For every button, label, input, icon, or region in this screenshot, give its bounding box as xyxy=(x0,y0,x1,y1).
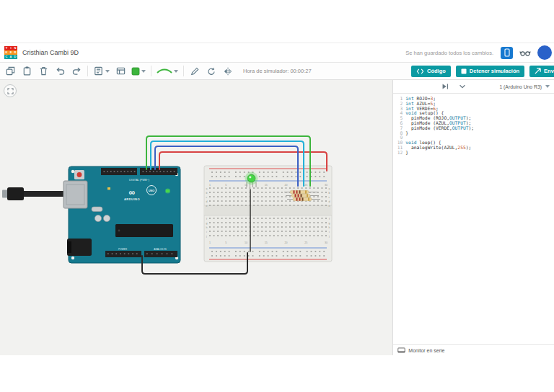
wire-color-dropdown[interactable] xyxy=(131,67,146,76)
svg-text:h: h xyxy=(329,226,330,229)
svg-text:b: b xyxy=(206,192,208,195)
svg-text:j: j xyxy=(328,235,330,238)
svg-text:a: a xyxy=(329,187,330,190)
svg-text:e: e xyxy=(206,205,208,208)
tinkercad-app: T I N K E R C A D Cristhian Cambi 9D Se … xyxy=(0,43,554,353)
svg-text:f: f xyxy=(329,218,330,220)
mirror-button[interactable] xyxy=(222,66,234,77)
send-button[interactable]: Enviar xyxy=(529,66,554,77)
wire-style-dropdown[interactable] xyxy=(157,67,178,76)
header: T I N K E R C A D Cristhian Cambi 9D Se … xyxy=(0,43,554,63)
view-toggle-button[interactable] xyxy=(115,66,126,77)
code-button-label: Código xyxy=(427,68,446,74)
chevron-down-icon xyxy=(105,70,110,73)
edit-wire-button[interactable] xyxy=(189,66,201,77)
code-button[interactable]: Código xyxy=(411,66,451,77)
rotate-button[interactable] xyxy=(206,66,217,77)
debug-dropdown-button[interactable] xyxy=(457,81,468,92)
resistors[interactable] xyxy=(284,190,320,200)
usb-port xyxy=(63,181,87,208)
board-selector[interactable]: 1 (Arduino Uno R3) xyxy=(499,84,550,89)
tinkercad-logo[interactable]: T I N K E R C A D xyxy=(4,46,17,59)
code-line[interactable]: 7 pinMode (VERDE,OUTPUT); xyxy=(393,126,554,131)
circuit-canvas[interactable]: 115510101515202025253030aabbccddeeffgghh… xyxy=(0,80,392,355)
notes-button[interactable] xyxy=(93,66,110,76)
digital-label: DIGITAL (PWM~) xyxy=(129,179,149,182)
svg-text:b: b xyxy=(329,192,330,195)
code-icon xyxy=(416,68,424,75)
stop-icon xyxy=(461,68,467,74)
usb-plug xyxy=(7,187,24,200)
chevron-down-icon xyxy=(545,85,550,88)
svg-text:c: c xyxy=(329,196,330,199)
code-editor[interactable]: 1int ROJO=3;2int AZUL=5;3int VERDE=6;4vo… xyxy=(393,94,554,344)
power-label: POWER xyxy=(118,248,128,251)
zoom-to-fit-icon xyxy=(7,88,14,94)
svg-text:1: 1 xyxy=(209,184,211,187)
svg-text:c: c xyxy=(206,196,208,199)
copy-button[interactable] xyxy=(4,66,16,77)
chevron-down-icon xyxy=(141,70,146,73)
save-status: Se han guardado todos los cambios. xyxy=(405,50,493,56)
undo-button[interactable] xyxy=(54,66,66,77)
breadboard[interactable]: 115510101515202025253030aabbccddeeffgghh… xyxy=(204,166,332,262)
arduino-brand: ARDUINO xyxy=(124,197,140,201)
stop-button-label: Detener simulación xyxy=(470,68,519,74)
svg-text:10: 10 xyxy=(245,241,247,244)
code-line[interactable]: 8} xyxy=(393,131,554,136)
chevron-down-icon xyxy=(174,70,178,73)
serial-monitor-icon xyxy=(397,347,405,354)
serial-monitor-button[interactable]: Monitor en serie xyxy=(393,344,554,355)
svg-text:15: 15 xyxy=(265,241,268,244)
capacitor xyxy=(94,215,101,221)
main: 115510101515202025253030aabbccddeeffgghh… xyxy=(0,80,554,355)
svg-text:5: 5 xyxy=(225,241,227,244)
device-icon xyxy=(504,48,511,57)
arduino-model: UNO xyxy=(149,190,154,192)
svg-text:30: 30 xyxy=(325,241,327,244)
reset-button[interactable] xyxy=(74,170,84,179)
code-line[interactable]: 12} xyxy=(393,151,554,156)
serial-monitor-label: Monitor en serie xyxy=(408,348,444,353)
crystal xyxy=(92,207,102,212)
glasses-icon xyxy=(519,48,531,58)
wire-color-swatch xyxy=(131,67,140,76)
logo-cell: D xyxy=(13,55,17,59)
code-line[interactable]: 11 analogWrite(AZUL,255); xyxy=(393,146,554,151)
document-title[interactable]: Cristhian Cambi 9D xyxy=(22,49,79,56)
svg-text:20: 20 xyxy=(284,184,287,187)
step-button[interactable] xyxy=(439,81,451,92)
zoom-to-fit-button[interactable] xyxy=(4,84,17,97)
delete-button[interactable] xyxy=(38,66,49,77)
svg-text:j: j xyxy=(206,235,207,238)
board-selector-label: 1 (Arduino Uno R3) xyxy=(499,84,542,89)
device-button[interactable] xyxy=(501,47,513,59)
svg-text:30: 30 xyxy=(325,184,327,187)
svg-text:d: d xyxy=(329,200,330,203)
code-panel-toolbar: 1 (Arduino Uno R3) xyxy=(393,80,554,94)
svg-text:25: 25 xyxy=(304,241,307,244)
avatar[interactable] xyxy=(537,45,552,60)
stop-simulation-button[interactable]: Detener simulación xyxy=(456,66,524,77)
infinity-logo: ∞ xyxy=(129,187,136,197)
led-body xyxy=(247,174,255,182)
redo-button[interactable] xyxy=(71,66,82,77)
on-led xyxy=(166,190,170,192)
led-highlight xyxy=(249,176,251,178)
svg-text:1: 1 xyxy=(209,241,211,244)
svg-text:d: d xyxy=(206,200,208,203)
analog-label: ANALOG IN xyxy=(154,248,167,251)
paste-button[interactable] xyxy=(21,66,32,77)
arduino-uno[interactable]: DIGITAL (PWM~) ∞ ARDUINO UNO xyxy=(2,166,180,263)
svg-text:a: a xyxy=(206,187,208,190)
simulator-time: Hora de simulador: 00:00:27 xyxy=(243,68,312,74)
toolbar: Hora de simulador: 00:00:27 Código Deten… xyxy=(0,63,554,80)
send-icon xyxy=(535,68,541,74)
capacitor xyxy=(103,215,110,221)
svg-text:5: 5 xyxy=(225,184,227,187)
glasses-button[interactable] xyxy=(519,48,531,58)
svg-text:20: 20 xyxy=(284,241,287,244)
power-header[interactable] xyxy=(105,251,141,257)
wire-style-icon xyxy=(157,67,172,76)
page: T I N K E R C A D Cristhian Cambi 9D Se … xyxy=(0,0,554,392)
